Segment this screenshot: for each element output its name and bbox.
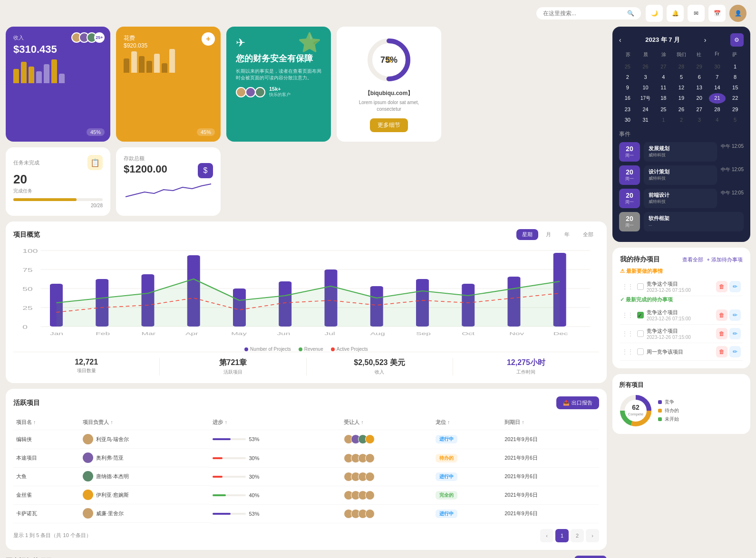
cal-cell[interactable]: 25 [619,62,636,71]
calendar-next-button[interactable]: › [704,36,707,44]
cal-cell[interactable]: 13 [691,83,708,92]
edit-todo-button[interactable]: ✏ [729,328,741,339]
cal-cell[interactable]: 24 [637,105,654,114]
add-expense-button[interactable]: + [202,32,215,46]
cal-cell[interactable]: 23 [619,105,636,114]
cal-cell[interactable]: 5 [727,115,744,125]
cal-cell[interactable]: 10 [637,83,654,92]
cal-cell[interactable]: 27 [691,105,708,114]
task-card: 任务未完成 📋 20 完成任务 20/28 [6,147,110,216]
calendar-button[interactable]: 📅 [708,5,726,22]
stat-label: 收入 [307,369,453,375]
cal-cell[interactable]: 7 [709,72,726,82]
cal-cell[interactable]: 2 [673,115,690,125]
cal-cell[interactable]: 26 [673,105,690,114]
cal-cell[interactable]: 1 [655,115,672,125]
page-1-button[interactable]: 1 [555,529,569,542]
cal-cell[interactable]: 19 [673,93,690,104]
cal-cell[interactable]: 28 [709,105,726,114]
top-cards-row: 收入 25+ $310.435 45% [6,27,607,142]
cal-cell-today[interactable]: 21 [709,93,726,104]
tab-all[interactable]: 全部 [577,229,599,240]
view-all-button[interactable]: 查看全部 [574,556,607,558]
cal-cell[interactable]: 15 [727,83,744,92]
cal-cell[interactable]: 18 [655,93,672,104]
cal-cell[interactable]: 28 [673,62,690,71]
todo-text: 竞争这个项目 [647,309,713,316]
tab-year[interactable]: 年 [559,229,575,240]
bar [29,67,34,83]
project-manager: 威廉·里舍尔 [80,504,210,523]
cal-cell[interactable]: 30 [709,62,726,71]
cal-cell[interactable]: 27 [655,62,672,71]
search-box[interactable]: 🔍 [536,7,641,19]
project-status: 进行中 [433,504,502,523]
project-progress: 30% [210,467,341,486]
col-manager: 项目负责人 ↑ [80,415,210,430]
cal-cell[interactable]: 4 [709,115,726,125]
todo-checkbox[interactable] [637,330,644,337]
cal-cell[interactable]: 5 [673,72,690,82]
edit-todo-button[interactable]: ✏ [729,309,741,321]
search-input[interactable] [543,10,623,17]
notifications-button[interactable]: 🔔 [667,5,684,22]
calendar-prev-button[interactable]: ‹ [619,36,621,44]
todo-checkbox-done[interactable]: ✓ [637,312,644,318]
cal-cell[interactable]: 8 [727,72,744,82]
cal-cell[interactable]: 25 [655,105,672,114]
prev-page-button[interactable]: ‹ [540,529,553,542]
page-2-button[interactable]: 2 [571,529,584,542]
bar [162,63,167,73]
project-overview-section: 项目概览 星期 月 年 全部 100 75 50 25 0 [6,221,607,383]
export-button[interactable]: 📤 出口报告 [556,396,599,409]
view-all-todo-link[interactable]: 查看全部 [682,256,703,263]
delete-todo-button[interactable]: 🗑 [716,328,727,339]
cal-cell[interactable]: 1 [727,62,744,71]
edit-todo-button[interactable]: ✏ [729,281,741,292]
cal-cell[interactable]: 2 [619,72,636,82]
delete-todo-button[interactable]: 🗑 [716,309,727,321]
savings-header: $1200.00 $ [124,163,213,178]
cal-cell[interactable]: 16 [619,93,636,104]
svg-text:May: May [231,331,247,336]
next-page-button[interactable]: › [586,529,599,542]
legend-label: Active Projects [337,346,368,352]
dark-mode-button[interactable]: 🌙 [646,5,663,22]
delete-todo-button[interactable]: 🗑 [716,346,727,357]
all-projects-title: 所有项目 [619,381,744,389]
all-projects-donut: 62 Compete [619,394,652,427]
event-weekday: 周一 [623,199,636,205]
table-row: 大鱼 唐纳德·本杰明 30% 进行中 2021年9月6日 [13,467,599,486]
cal-cell[interactable]: 3 [691,115,708,125]
cal-cell[interactable]: 12 [673,83,690,92]
cal-cell[interactable]: 29 [691,62,708,71]
mail-button[interactable]: ✉ [688,5,705,22]
todo-checkbox[interactable] [637,348,644,355]
todo-item: ⋮⋮ ✓ 竞争这个项目 2023-12-26 07:15:00 🗑 ✏ [620,306,743,325]
cal-cell[interactable]: 17号 [637,93,654,104]
detail-button[interactable]: 更多细节 [370,118,408,132]
project-due: 2021年9月6日 [502,449,599,467]
user-avatar[interactable]: 👤 [729,5,746,22]
cal-cell[interactable]: 4 [655,72,672,82]
cal-cell[interactable]: 31 [637,115,654,125]
cal-cell[interactable]: 14 [709,83,726,92]
add-todo-link[interactable]: + 添加待办事项 [707,256,743,263]
cal-cell[interactable]: 6 [691,72,708,82]
cal-cell[interactable]: 29 [727,105,744,114]
tab-month[interactable]: 月 [540,229,557,240]
cal-cell[interactable]: 26 [637,62,654,71]
event-day: 20 [623,168,636,176]
cal-cell[interactable]: 3 [637,72,654,82]
events-title: 事件 [619,130,744,138]
edit-todo-button[interactable]: ✏ [729,346,741,357]
todo-checkbox[interactable] [637,283,644,290]
cal-cell[interactable]: 9 [619,83,636,92]
cal-cell[interactable]: 30 [619,115,636,125]
calendar-settings-button[interactable]: ⚙ [730,33,744,47]
cal-cell[interactable]: 11 [655,83,672,92]
cal-cell[interactable]: 22 [727,93,744,104]
cal-cell[interactable]: 20 [691,93,708,104]
delete-todo-button[interactable]: 🗑 [716,281,727,292]
tab-week[interactable]: 星期 [516,229,538,240]
